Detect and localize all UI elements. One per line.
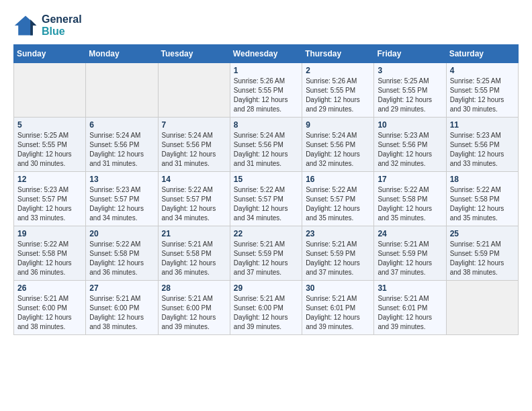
day-info: Sunrise: 5:25 AM Sunset: 5:55 PM Dayligh… (450, 77, 515, 114)
day-number: 3 (378, 66, 442, 75)
calendar-cell: 14Sunrise: 5:22 AM Sunset: 5:57 PM Dayli… (158, 172, 230, 226)
day-number: 23 (306, 229, 370, 238)
calendar-week-row: 1Sunrise: 5:26 AM Sunset: 5:55 PM Daylig… (14, 63, 519, 118)
day-info: Sunrise: 5:21 AM Sunset: 5:58 PM Dayligh… (162, 240, 226, 277)
day-number: 18 (450, 175, 515, 184)
calendar-week-row: 26Sunrise: 5:21 AM Sunset: 6:00 PM Dayli… (14, 281, 519, 335)
calendar-cell: 10Sunrise: 5:23 AM Sunset: 5:56 PM Dayli… (374, 118, 446, 172)
calendar-cell: 22Sunrise: 5:21 AM Sunset: 5:59 PM Dayli… (230, 226, 302, 281)
calendar-cell: 23Sunrise: 5:21 AM Sunset: 5:59 PM Dayli… (302, 226, 374, 281)
logo: General Blue (13, 13, 82, 38)
weekday-header: Sunday (14, 45, 86, 63)
day-info: Sunrise: 5:25 AM Sunset: 5:55 PM Dayligh… (17, 131, 82, 169)
weekday-header: Friday (374, 45, 446, 63)
calendar-cell (446, 281, 518, 335)
day-number: 5 (17, 120, 82, 130)
weekday-header-row: SundayMondayTuesdayWednesdayThursdayFrid… (14, 45, 519, 63)
day-info: Sunrise: 5:21 AM Sunset: 6:01 PM Dayligh… (306, 294, 370, 332)
calendar-cell: 18Sunrise: 5:22 AM Sunset: 5:58 PM Dayli… (446, 172, 518, 226)
day-info: Sunrise: 5:22 AM Sunset: 5:57 PM Dayligh… (234, 185, 298, 223)
day-number: 7 (162, 120, 226, 130)
weekday-header: Monday (86, 45, 158, 63)
day-number: 2 (306, 66, 370, 75)
day-number: 19 (17, 229, 82, 238)
svg-marker-1 (30, 19, 36, 35)
day-info: Sunrise: 5:24 AM Sunset: 5:56 PM Dayligh… (162, 131, 226, 169)
day-number: 29 (234, 283, 298, 293)
calendar-week-row: 12Sunrise: 5:23 AM Sunset: 5:57 PM Dayli… (14, 172, 519, 226)
weekday-header: Tuesday (158, 45, 230, 63)
day-number: 16 (306, 175, 370, 184)
day-info: Sunrise: 5:21 AM Sunset: 6:01 PM Dayligh… (378, 294, 442, 332)
calendar-cell: 31Sunrise: 5:21 AM Sunset: 6:01 PM Dayli… (374, 281, 446, 335)
day-info: Sunrise: 5:22 AM Sunset: 5:58 PM Dayligh… (17, 240, 82, 277)
calendar-cell: 6Sunrise: 5:24 AM Sunset: 5:56 PM Daylig… (86, 118, 158, 172)
day-info: Sunrise: 5:21 AM Sunset: 5:59 PM Dayligh… (234, 240, 298, 277)
day-number: 10 (378, 120, 442, 130)
calendar-cell: 12Sunrise: 5:23 AM Sunset: 5:57 PM Dayli… (14, 172, 86, 226)
calendar-cell: 21Sunrise: 5:21 AM Sunset: 5:58 PM Dayli… (158, 226, 230, 281)
calendar-cell: 9Sunrise: 5:24 AM Sunset: 5:56 PM Daylig… (302, 118, 374, 172)
day-number: 30 (306, 283, 370, 293)
calendar-cell: 1Sunrise: 5:26 AM Sunset: 5:55 PM Daylig… (230, 63, 302, 118)
day-info: Sunrise: 5:26 AM Sunset: 5:55 PM Dayligh… (234, 77, 298, 114)
day-number: 1 (234, 66, 298, 75)
weekday-header: Thursday (302, 45, 374, 63)
calendar-cell: 24Sunrise: 5:21 AM Sunset: 5:59 PM Dayli… (374, 226, 446, 281)
day-info: Sunrise: 5:22 AM Sunset: 5:58 PM Dayligh… (378, 185, 442, 223)
day-info: Sunrise: 5:21 AM Sunset: 6:00 PM Dayligh… (162, 294, 226, 332)
calendar-cell (158, 63, 230, 118)
day-number: 14 (162, 175, 226, 184)
day-info: Sunrise: 5:24 AM Sunset: 5:56 PM Dayligh… (89, 131, 154, 169)
calendar-cell: 7Sunrise: 5:24 AM Sunset: 5:56 PM Daylig… (158, 118, 230, 172)
calendar-cell: 11Sunrise: 5:23 AM Sunset: 5:56 PM Dayli… (446, 118, 518, 172)
day-info: Sunrise: 5:24 AM Sunset: 5:56 PM Dayligh… (306, 131, 370, 169)
logo-icon (13, 13, 38, 38)
calendar-cell: 17Sunrise: 5:22 AM Sunset: 5:58 PM Dayli… (374, 172, 446, 226)
calendar-cell: 20Sunrise: 5:22 AM Sunset: 5:58 PM Dayli… (86, 226, 158, 281)
day-number: 9 (306, 120, 370, 130)
day-number: 25 (450, 229, 515, 238)
day-number: 13 (89, 175, 154, 184)
calendar-week-row: 19Sunrise: 5:22 AM Sunset: 5:58 PM Dayli… (14, 226, 519, 281)
day-number: 21 (162, 229, 226, 238)
calendar-cell: 16Sunrise: 5:22 AM Sunset: 5:57 PM Dayli… (302, 172, 374, 226)
calendar-body: 1Sunrise: 5:26 AM Sunset: 5:55 PM Daylig… (14, 63, 519, 335)
calendar-cell: 15Sunrise: 5:22 AM Sunset: 5:57 PM Dayli… (230, 172, 302, 226)
day-info: Sunrise: 5:23 AM Sunset: 5:57 PM Dayligh… (17, 185, 82, 223)
calendar-week-row: 5Sunrise: 5:25 AM Sunset: 5:55 PM Daylig… (14, 118, 519, 172)
day-number: 4 (450, 66, 515, 75)
calendar-cell: 29Sunrise: 5:21 AM Sunset: 6:00 PM Dayli… (230, 281, 302, 335)
calendar-cell: 4Sunrise: 5:25 AM Sunset: 5:55 PM Daylig… (446, 63, 518, 118)
day-number: 8 (234, 120, 298, 130)
calendar-cell: 13Sunrise: 5:23 AM Sunset: 5:57 PM Dayli… (86, 172, 158, 226)
logo-text: General Blue (42, 13, 82, 38)
day-info: Sunrise: 5:25 AM Sunset: 5:55 PM Dayligh… (378, 77, 442, 114)
day-number: 15 (234, 175, 298, 184)
weekday-header: Saturday (446, 45, 518, 63)
calendar-cell: 30Sunrise: 5:21 AM Sunset: 6:01 PM Dayli… (302, 281, 374, 335)
calendar-cell: 5Sunrise: 5:25 AM Sunset: 5:55 PM Daylig… (14, 118, 86, 172)
day-info: Sunrise: 5:23 AM Sunset: 5:57 PM Dayligh… (89, 185, 154, 223)
calendar-cell: 2Sunrise: 5:26 AM Sunset: 5:55 PM Daylig… (302, 63, 374, 118)
day-number: 27 (89, 283, 154, 293)
day-info: Sunrise: 5:22 AM Sunset: 5:58 PM Dayligh… (450, 185, 515, 223)
day-info: Sunrise: 5:21 AM Sunset: 5:59 PM Dayligh… (378, 240, 442, 277)
day-number: 22 (234, 229, 298, 238)
day-info: Sunrise: 5:21 AM Sunset: 5:59 PM Dayligh… (306, 240, 370, 277)
day-number: 17 (378, 175, 442, 184)
calendar-cell: 3Sunrise: 5:25 AM Sunset: 5:55 PM Daylig… (374, 63, 446, 118)
calendar-cell: 26Sunrise: 5:21 AM Sunset: 6:00 PM Dayli… (14, 281, 86, 335)
day-number: 31 (378, 283, 442, 293)
day-number: 28 (162, 283, 226, 293)
day-info: Sunrise: 5:22 AM Sunset: 5:57 PM Dayligh… (162, 185, 226, 223)
day-number: 26 (17, 283, 82, 293)
calendar-header: SundayMondayTuesdayWednesdayThursdayFrid… (14, 45, 519, 63)
day-number: 6 (89, 120, 154, 130)
day-number: 24 (378, 229, 442, 238)
calendar-cell: 25Sunrise: 5:21 AM Sunset: 5:59 PM Dayli… (446, 226, 518, 281)
day-info: Sunrise: 5:26 AM Sunset: 5:55 PM Dayligh… (306, 77, 370, 114)
calendar-cell (14, 63, 86, 118)
calendar-table: SundayMondayTuesdayWednesdayThursdayFrid… (13, 44, 519, 335)
calendar-cell: 28Sunrise: 5:21 AM Sunset: 6:00 PM Dayli… (158, 281, 230, 335)
